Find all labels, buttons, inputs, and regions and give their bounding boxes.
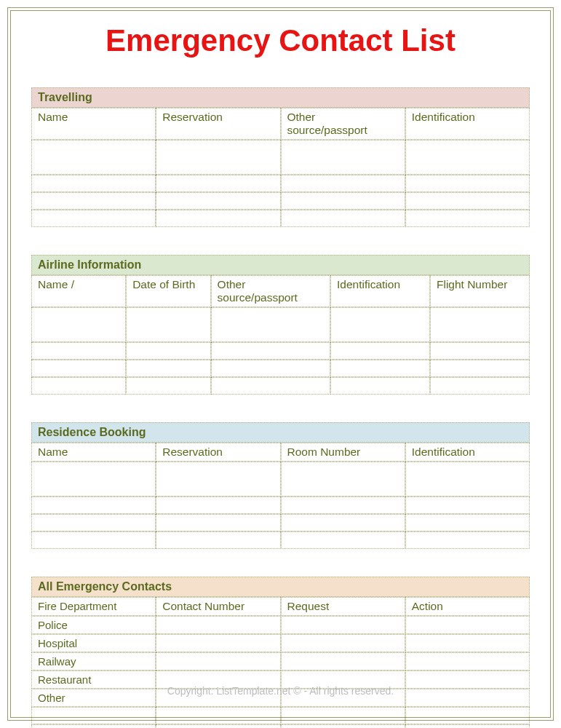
table-row	[31, 377, 530, 395]
page-title: Emergency Contact List	[31, 23, 530, 58]
airline-col-id: Identification	[330, 275, 430, 307]
table-row	[31, 724, 530, 728]
emergency-header: All Emergency Contacts	[31, 577, 530, 597]
airline-col-dob: Date of Birth	[126, 275, 210, 307]
residence-col-id: Identification	[405, 443, 530, 462]
emergency-row-hospital: Hospital	[31, 634, 156, 652]
table-row	[31, 342, 530, 360]
table-row	[31, 531, 530, 549]
residence-col-reservation: Reservation	[156, 443, 280, 462]
table-row: Fire Department Contact Number Request A…	[31, 597, 530, 616]
table-row: Railway	[31, 652, 530, 670]
residence-col-name: Name	[31, 443, 156, 462]
airline-section: Airline Information Name / Date of Birth…	[31, 255, 530, 395]
travelling-col-reservation: Reservation	[156, 108, 280, 140]
airline-col-name: Name /	[31, 275, 126, 307]
table-row	[31, 707, 530, 724]
table-row	[31, 514, 530, 531]
table-row: Police	[31, 616, 530, 634]
travelling-section: Travelling Name Reservation Other source…	[31, 87, 530, 227]
emergency-section: All Emergency Contacts Fire Department C…	[31, 577, 530, 728]
emergency-col-request: Request	[281, 597, 405, 616]
table-row	[31, 192, 530, 210]
emergency-col-contact: Contact Number	[156, 597, 280, 616]
travelling-col-id: Identification	[405, 108, 530, 140]
emergency-table: All Emergency Contacts Fire Department C…	[31, 577, 530, 728]
table-row	[31, 496, 530, 514]
table-row	[31, 175, 530, 192]
travelling-table: Travelling Name Reservation Other source…	[31, 87, 530, 227]
residence-table: Residence Booking Name Reservation Room …	[31, 422, 530, 549]
residence-col-room: Room Number	[281, 443, 405, 462]
travelling-header: Travelling	[31, 87, 530, 108]
table-row	[31, 360, 530, 377]
table-row	[31, 462, 530, 496]
airline-col-flight: Flight Number	[430, 275, 530, 307]
airline-col-other: Other source/passport	[211, 275, 330, 307]
emergency-row-police: Police	[31, 616, 156, 634]
table-row: Hospital	[31, 634, 530, 652]
residence-section: Residence Booking Name Reservation Room …	[31, 422, 530, 549]
emergency-row-fire: Fire Department	[31, 597, 156, 616]
emergency-row-railway: Railway	[31, 652, 156, 670]
airline-header: Airline Information	[31, 255, 530, 275]
copyright-text: Copyright: ListTemplate.net © - All righ…	[11, 685, 550, 697]
table-row	[31, 140, 530, 175]
travelling-col-name: Name	[31, 108, 156, 140]
airline-table: Airline Information Name / Date of Birth…	[31, 255, 530, 395]
table-row	[31, 307, 530, 342]
travelling-col-other: Other source/passport	[281, 108, 405, 140]
emergency-col-action: Action	[405, 597, 530, 616]
table-row	[31, 210, 530, 227]
residence-header: Residence Booking	[31, 422, 530, 443]
